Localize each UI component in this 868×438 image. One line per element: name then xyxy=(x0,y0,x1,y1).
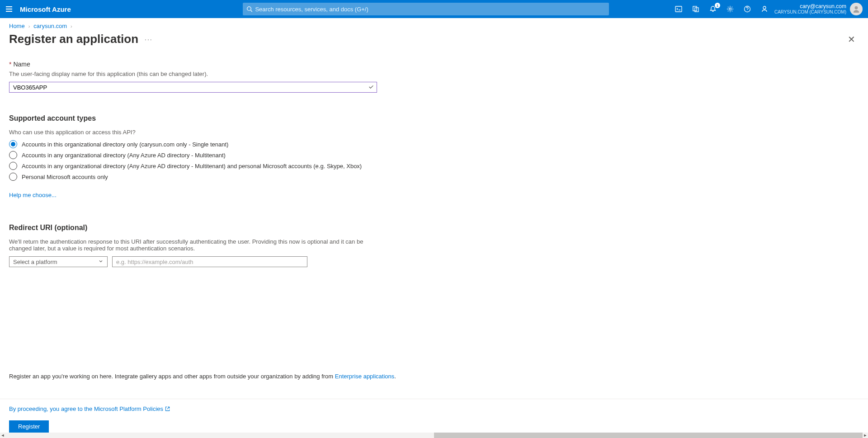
radio-label: Accounts in any organizational directory… xyxy=(22,152,226,159)
account-type-option-personal-only[interactable]: Personal Microsoft accounts only xyxy=(9,173,443,181)
cloud-shell-icon[interactable] xyxy=(674,5,683,14)
global-search-input[interactable] xyxy=(255,6,605,13)
required-asterisk: * xyxy=(9,61,11,68)
svg-point-0 xyxy=(247,7,251,11)
account-menu[interactable]: cary@carysun.com CARYSUN.COM (CARYSUN.CO… xyxy=(774,3,864,15)
page-title: Register an application xyxy=(9,32,138,46)
svg-line-1 xyxy=(250,10,252,12)
platform-select[interactable]: Select a platform xyxy=(9,256,108,267)
directories-icon[interactable] xyxy=(691,5,700,14)
name-label: Name xyxy=(13,61,30,68)
user-email: cary@carysun.com xyxy=(774,4,846,9)
radio-label: Accounts in this organizational director… xyxy=(22,141,228,148)
register-button[interactable]: Register xyxy=(9,420,49,433)
help-me-choose-link[interactable]: Help me choose... xyxy=(9,192,57,198)
horizontal-scrollbar[interactable]: ◄ ► xyxy=(0,433,868,438)
checkmark-icon xyxy=(368,84,374,91)
radio-icon xyxy=(9,151,17,159)
account-type-option-multitenant[interactable]: Accounts in any organizational directory… xyxy=(9,151,443,159)
breadcrumb: Home › carysun.com › xyxy=(0,18,868,32)
settings-icon[interactable] xyxy=(726,5,735,14)
feedback-icon[interactable] xyxy=(760,5,769,14)
redirect-uri-heading: Redirect URI (optional) xyxy=(9,224,443,232)
radio-label: Personal Microsoft accounts only xyxy=(22,174,108,180)
chevron-right-icon: › xyxy=(69,24,74,29)
name-helper-text: The user-facing display name for this ap… xyxy=(9,71,443,77)
enterprise-apps-note: Register an app you're working on here. … xyxy=(9,373,396,380)
scroll-left-arrow[interactable]: ◄ xyxy=(0,433,5,438)
chevron-right-icon: › xyxy=(27,24,32,29)
global-search[interactable] xyxy=(243,3,609,15)
radio-icon xyxy=(9,162,17,170)
search-icon xyxy=(246,6,253,12)
svg-point-8 xyxy=(855,6,858,9)
close-blade-button[interactable]: ✕ xyxy=(848,34,855,45)
svg-point-7 xyxy=(763,6,766,9)
radio-label: Accounts in any organizational directory… xyxy=(22,163,362,170)
radio-icon xyxy=(9,140,17,148)
help-icon[interactable] xyxy=(743,5,752,14)
chevron-down-icon xyxy=(98,259,104,265)
breadcrumb-home[interactable]: Home xyxy=(9,23,25,29)
account-types-helper: Who can use this application or access t… xyxy=(9,129,443,136)
svg-point-5 xyxy=(729,8,731,10)
hamburger-menu-button[interactable] xyxy=(4,0,14,18)
application-name-input[interactable] xyxy=(9,82,377,93)
enterprise-applications-link[interactable]: Enterprise applications xyxy=(335,373,395,380)
redirect-uri-input[interactable] xyxy=(112,256,307,267)
more-actions-button[interactable]: ··· xyxy=(145,36,153,43)
account-type-option-single-tenant[interactable]: Accounts in this organizational director… xyxy=(9,140,443,148)
notification-badge: 1 xyxy=(715,3,720,8)
platform-select-value: Select a platform xyxy=(13,259,57,265)
platform-policies-link[interactable]: By proceeding, you agree to the Microsof… xyxy=(9,405,859,412)
user-tenant: CARYSUN.COM (CARYSUN.COM) xyxy=(774,9,846,14)
top-navigation-bar: Microsoft Azure 1 cary@carysun.com xyxy=(0,0,868,18)
scrollbar-thumb[interactable] xyxy=(434,433,863,438)
scroll-right-arrow[interactable]: ► xyxy=(863,433,868,438)
breadcrumb-tenant[interactable]: carysun.com xyxy=(33,23,67,29)
avatar xyxy=(850,3,863,15)
external-link-icon xyxy=(165,406,170,411)
notifications-icon[interactable]: 1 xyxy=(708,5,717,14)
account-type-option-multitenant-personal[interactable]: Accounts in any organizational directory… xyxy=(9,162,443,170)
brand-label[interactable]: Microsoft Azure xyxy=(20,5,71,13)
radio-icon xyxy=(9,173,17,181)
redirect-uri-helper: We'll return the authentication response… xyxy=(9,238,375,252)
svg-rect-2 xyxy=(675,6,682,12)
account-types-heading: Supported account types xyxy=(9,114,443,122)
